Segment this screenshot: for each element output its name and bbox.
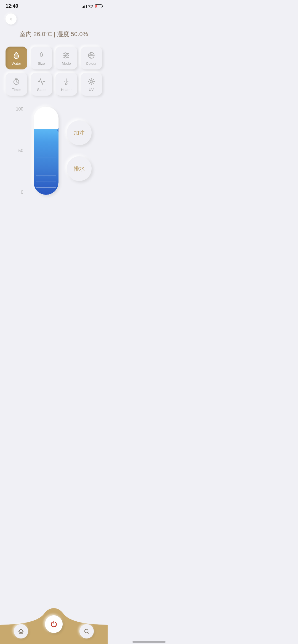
- drain-button[interactable]: 排水: [67, 156, 92, 181]
- svg-line-17: [89, 83, 90, 84]
- size-label: Size: [38, 61, 45, 66]
- add-water-button[interactable]: 加注: [67, 120, 92, 145]
- level-scale: 100 50 0: [16, 107, 26, 195]
- colour-button[interactable]: Colour: [81, 47, 102, 69]
- status-bar: 12:40: [0, 0, 108, 11]
- svg-point-4: [65, 53, 66, 54]
- water-lines: [34, 145, 58, 195]
- indoor-info: 室内 26.0°C | 湿度 50.0%: [0, 27, 108, 44]
- uv-button[interactable]: UV UV: [81, 73, 102, 96]
- svg-text:UV: UV: [90, 81, 92, 83]
- svg-point-0: [91, 7, 91, 8]
- colour-label: Colour: [86, 61, 97, 66]
- state-label: State: [37, 88, 46, 92]
- state-button[interactable]: State: [31, 73, 52, 96]
- water-fill: [34, 129, 58, 195]
- signal-icon: [82, 4, 87, 8]
- mode-button[interactable]: Mode: [55, 47, 77, 69]
- water-level-section: 100 50 0 加注 排水: [0, 101, 108, 198]
- svg-line-18: [93, 79, 94, 80]
- wifi-icon: [88, 4, 93, 8]
- uv-label: UV: [89, 88, 94, 92]
- heater-label: Heater: [61, 88, 72, 92]
- svg-point-9: [65, 83, 67, 85]
- scale-bot: 0: [21, 190, 23, 195]
- timer-label: Timer: [12, 88, 21, 92]
- heater-button[interactable]: Heater: [55, 73, 77, 96]
- function-grid: Water Size Mode Colour: [0, 44, 108, 98]
- svg-point-5: [66, 55, 68, 56]
- water-label: Water: [12, 61, 21, 66]
- battery-icon: [95, 4, 102, 8]
- svg-line-15: [89, 79, 90, 80]
- status-icons: [82, 4, 102, 8]
- water-level-indicator[interactable]: [34, 107, 58, 195]
- svg-line-16: [93, 83, 94, 84]
- scale-mid: 50: [18, 148, 23, 153]
- mode-label: Mode: [62, 61, 71, 66]
- scale-top: 100: [16, 107, 23, 112]
- timer-button[interactable]: Timer: [6, 73, 27, 96]
- size-button[interactable]: Size: [31, 47, 52, 69]
- water-button[interactable]: Water: [6, 47, 27, 69]
- svg-point-6: [65, 56, 66, 58]
- back-button[interactable]: [6, 14, 17, 25]
- status-time: 12:40: [6, 3, 18, 9]
- right-controls: 加注 排水: [67, 120, 92, 181]
